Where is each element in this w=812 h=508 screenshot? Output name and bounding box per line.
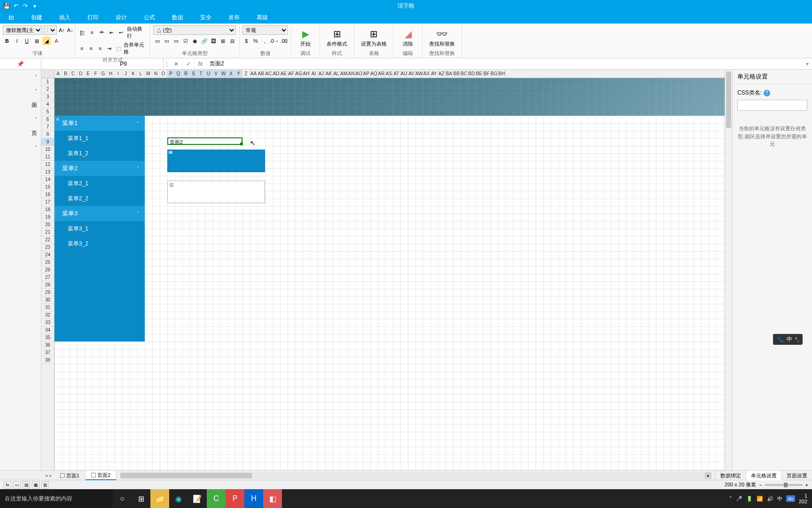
ct-icon-8[interactable]: ⊞: [219, 37, 227, 45]
vertical-scrollbar[interactable]: [725, 70, 732, 470]
col-header-AP[interactable]: AP: [363, 70, 370, 78]
row-header-25[interactable]: 25: [41, 259, 54, 266]
tray-ime-lang[interactable]: 中: [777, 495, 782, 502]
col-header-I[interactable]: I: [115, 70, 122, 78]
notepad-icon[interactable]: 📝: [188, 489, 207, 508]
row-header-24[interactable]: 24: [41, 251, 54, 259]
tray-mic-icon[interactable]: 🎤: [736, 496, 742, 502]
tab-page-settings[interactable]: 页面设置: [781, 471, 812, 480]
col-header-AL[interactable]: AL: [333, 70, 340, 78]
col-header-AS[interactable]: AS: [385, 70, 393, 78]
font-size-select[interactable]: 11: [44, 25, 57, 35]
left-item-2[interactable]: ˄: [0, 84, 41, 98]
select-all-corner[interactable]: [41, 70, 55, 78]
indent-inc-icon[interactable]: ⇥: [105, 44, 113, 53]
celltype-select[interactable]: △ (空): [153, 25, 236, 35]
col-header-AR[interactable]: AR: [378, 70, 385, 78]
scrollbar-thumb[interactable]: [726, 71, 731, 128]
dec-inc-icon[interactable]: .0→: [270, 37, 279, 45]
tab-data[interactable]: 数据: [164, 12, 192, 24]
ime-floating-badge[interactable]: 🐾 中 °,: [773, 334, 803, 345]
col-header-AA[interactable]: AA: [250, 70, 258, 78]
col-header-P[interactable]: P: [167, 70, 175, 78]
zoom-slider[interactable]: [765, 484, 803, 486]
col-header-R[interactable]: R: [182, 70, 190, 78]
row-header-4[interactable]: 4: [41, 101, 54, 108]
col-header-BF[interactable]: BF: [483, 70, 491, 78]
merge-icon[interactable]: ⬚: [115, 44, 122, 53]
align-top-icon[interactable]: ⬱: [78, 28, 86, 37]
edge-icon[interactable]: ◉: [169, 489, 188, 508]
tab-design[interactable]: 设计: [107, 12, 135, 24]
tray-volume-icon[interactable]: 🔊: [767, 496, 773, 502]
row-header-29[interactable]: 29: [41, 289, 54, 296]
row-header-1[interactable]: 1: [41, 78, 54, 86]
tab-publish[interactable]: 发布: [220, 12, 248, 24]
col-header-H[interactable]: H: [107, 70, 115, 78]
view-icon-4[interactable]: ▦: [32, 481, 39, 489]
menu-item-6[interactable]: 菜单3˅: [55, 206, 145, 221]
col-header-M[interactable]: M: [145, 70, 152, 78]
comma-icon[interactable]: ,: [261, 37, 269, 45]
wrap-icon[interactable]: ↩: [117, 28, 125, 37]
col-header-AF[interactable]: AF: [288, 70, 295, 78]
col-header-A[interactable]: A: [55, 70, 62, 78]
italic-button[interactable]: I: [13, 37, 21, 45]
row-header-20[interactable]: 20: [41, 221, 54, 229]
align-bottom-icon[interactable]: ⬲: [97, 28, 106, 37]
selected-cell[interactable]: 页面2: [167, 137, 242, 145]
ct-icon-2[interactable]: ▭: [163, 37, 171, 45]
find-button[interactable]: 👓 查找和替换: [425, 25, 459, 49]
button-component[interactable]: [167, 150, 265, 172]
formula-input[interactable]: 页面2: [207, 60, 803, 68]
col-header-T[interactable]: T: [197, 70, 205, 78]
row-header-35[interactable]: 35: [41, 334, 54, 341]
powerpoint-icon[interactable]: P: [226, 489, 244, 508]
col-header-C[interactable]: C: [70, 70, 77, 78]
app-icon-2[interactable]: H: [244, 489, 263, 508]
row-header-18[interactable]: 18: [41, 206, 54, 214]
ct-icon-7[interactable]: 🖼: [210, 37, 218, 45]
align-right-icon[interactable]: ≡: [96, 44, 104, 53]
left-item-1[interactable]: ˄: [0, 70, 41, 84]
col-header-N[interactable]: N: [152, 70, 160, 78]
view-icon-3[interactable]: ▤: [23, 481, 30, 489]
image-component[interactable]: 🖼: [167, 181, 265, 203]
view-icon-2[interactable]: ▭: [13, 481, 21, 489]
col-header-BD[interactable]: BD: [468, 70, 476, 78]
row-header-38[interactable]: 38: [41, 357, 54, 364]
col-header-AY[interactable]: AY: [430, 70, 438, 78]
menu-item-2[interactable]: 菜单1_2: [55, 146, 145, 161]
indent-dec-icon[interactable]: ⇤: [107, 28, 116, 37]
ct-icon-5[interactable]: ◉: [191, 37, 199, 45]
col-header-AG[interactable]: AG: [295, 70, 303, 78]
sheet-nav-next-icon[interactable]: ▸: [49, 473, 52, 478]
row-header-34[interactable]: 34: [41, 326, 54, 334]
col-header-AJ[interactable]: AJ: [318, 70, 325, 78]
dec-dec-icon[interactable]: .00: [280, 37, 288, 45]
ct-icon-9[interactable]: ⊟: [228, 37, 236, 45]
zoom-out-icon[interactable]: −: [759, 482, 762, 488]
col-header-AC[interactable]: AC: [265, 70, 273, 78]
col-header-L[interactable]: L: [137, 70, 145, 78]
zoom-knob[interactable]: [784, 483, 788, 487]
qat-redo-icon[interactable]: ↷: [22, 2, 29, 10]
menu-item-0[interactable]: 菜单1˅: [55, 116, 145, 131]
col-header-W[interactable]: W: [220, 70, 227, 78]
ct-icon-1[interactable]: ▭: [153, 37, 161, 45]
underline-button[interactable]: U: [23, 37, 31, 45]
tab-create[interactable]: 创建: [23, 12, 51, 24]
col-header-G[interactable]: G: [100, 70, 107, 78]
border-icon[interactable]: ⊞: [32, 37, 41, 45]
left-item-4[interactable]: ˄: [0, 112, 41, 126]
set-table-button[interactable]: ⊞ 设置为表格: [357, 25, 390, 49]
col-header-BA[interactable]: BA: [445, 70, 453, 78]
col-header-BG[interactable]: BG: [491, 70, 498, 78]
cond-format-button[interactable]: ⊞ 条件格式: [323, 25, 351, 49]
sheet-tab-1[interactable]: 页面1: [55, 471, 86, 480]
row-header-21[interactable]: 21: [41, 229, 54, 236]
name-box-dropdown-icon[interactable]: ⋮: [164, 61, 170, 67]
cells-area[interactable]: ≡ 菜单1˅菜单1_1菜单1_2菜单2˅菜单2_1菜单2_2菜单3˅菜单3_1菜…: [55, 78, 725, 470]
view-icon-5[interactable]: ▥: [41, 481, 49, 489]
row-header-22[interactable]: 22: [41, 236, 54, 244]
